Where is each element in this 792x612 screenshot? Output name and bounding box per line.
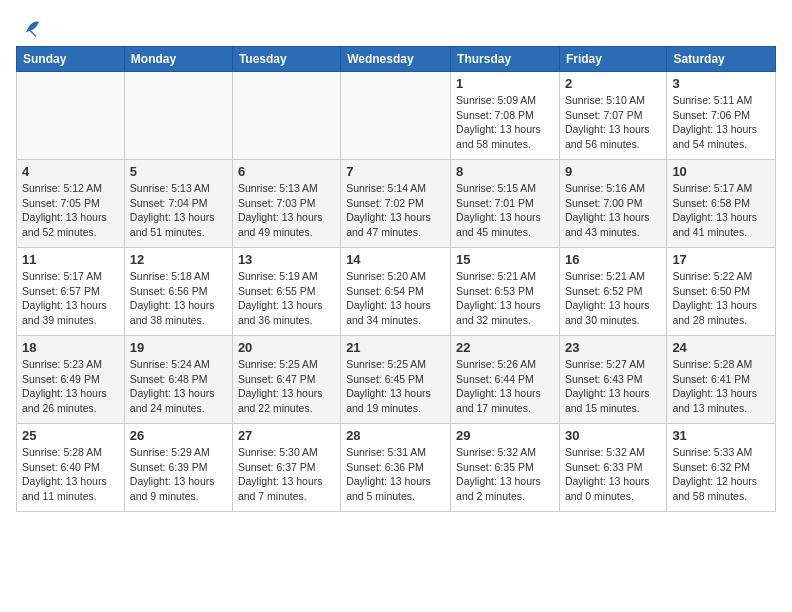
calendar-header-saturday: Saturday (667, 47, 776, 72)
day-info: Sunrise: 5:22 AM Sunset: 6:50 PM Dayligh… (672, 269, 770, 328)
day-number: 10 (672, 164, 770, 179)
day-info: Sunrise: 5:32 AM Sunset: 6:33 PM Dayligh… (565, 445, 661, 504)
day-number: 25 (22, 428, 119, 443)
calendar-cell: 2Sunrise: 5:10 AM Sunset: 7:07 PM Daylig… (559, 72, 666, 160)
day-info: Sunrise: 5:30 AM Sunset: 6:37 PM Dayligh… (238, 445, 335, 504)
calendar-week-row: 1Sunrise: 5:09 AM Sunset: 7:08 PM Daylig… (17, 72, 776, 160)
calendar-cell: 10Sunrise: 5:17 AM Sunset: 6:58 PM Dayli… (667, 160, 776, 248)
calendar-cell: 23Sunrise: 5:27 AM Sunset: 6:43 PM Dayli… (559, 336, 666, 424)
day-number: 4 (22, 164, 119, 179)
calendar-cell: 12Sunrise: 5:18 AM Sunset: 6:56 PM Dayli… (124, 248, 232, 336)
calendar-week-row: 11Sunrise: 5:17 AM Sunset: 6:57 PM Dayli… (17, 248, 776, 336)
logo-icon (20, 16, 42, 38)
day-number: 18 (22, 340, 119, 355)
calendar-cell: 25Sunrise: 5:28 AM Sunset: 6:40 PM Dayli… (17, 424, 125, 512)
day-number: 14 (346, 252, 445, 267)
day-info: Sunrise: 5:33 AM Sunset: 6:32 PM Dayligh… (672, 445, 770, 504)
calendar-cell (124, 72, 232, 160)
calendar-header-row: SundayMondayTuesdayWednesdayThursdayFrid… (17, 47, 776, 72)
day-number: 8 (456, 164, 554, 179)
calendar-cell: 30Sunrise: 5:32 AM Sunset: 6:33 PM Dayli… (559, 424, 666, 512)
calendar-header-monday: Monday (124, 47, 232, 72)
calendar-body: 1Sunrise: 5:09 AM Sunset: 7:08 PM Daylig… (17, 72, 776, 512)
day-number: 3 (672, 76, 770, 91)
day-info: Sunrise: 5:25 AM Sunset: 6:45 PM Dayligh… (346, 357, 445, 416)
calendar-cell: 18Sunrise: 5:23 AM Sunset: 6:49 PM Dayli… (17, 336, 125, 424)
calendar-cell: 8Sunrise: 5:15 AM Sunset: 7:01 PM Daylig… (451, 160, 560, 248)
day-number: 23 (565, 340, 661, 355)
day-number: 6 (238, 164, 335, 179)
calendar-cell: 20Sunrise: 5:25 AM Sunset: 6:47 PM Dayli… (232, 336, 340, 424)
day-number: 20 (238, 340, 335, 355)
calendar-cell: 22Sunrise: 5:26 AM Sunset: 6:44 PM Dayli… (451, 336, 560, 424)
calendar-cell: 1Sunrise: 5:09 AM Sunset: 7:08 PM Daylig… (451, 72, 560, 160)
day-number: 21 (346, 340, 445, 355)
calendar-cell (17, 72, 125, 160)
day-number: 19 (130, 340, 227, 355)
day-number: 26 (130, 428, 227, 443)
day-number: 15 (456, 252, 554, 267)
calendar-header-wednesday: Wednesday (341, 47, 451, 72)
calendar-cell: 16Sunrise: 5:21 AM Sunset: 6:52 PM Dayli… (559, 248, 666, 336)
logo (16, 16, 42, 38)
day-info: Sunrise: 5:19 AM Sunset: 6:55 PM Dayligh… (238, 269, 335, 328)
day-info: Sunrise: 5:17 AM Sunset: 6:57 PM Dayligh… (22, 269, 119, 328)
calendar-cell: 26Sunrise: 5:29 AM Sunset: 6:39 PM Dayli… (124, 424, 232, 512)
calendar-cell: 5Sunrise: 5:13 AM Sunset: 7:04 PM Daylig… (124, 160, 232, 248)
day-number: 12 (130, 252, 227, 267)
day-info: Sunrise: 5:13 AM Sunset: 7:04 PM Dayligh… (130, 181, 227, 240)
calendar-cell: 31Sunrise: 5:33 AM Sunset: 6:32 PM Dayli… (667, 424, 776, 512)
calendar-cell: 13Sunrise: 5:19 AM Sunset: 6:55 PM Dayli… (232, 248, 340, 336)
day-number: 9 (565, 164, 661, 179)
day-info: Sunrise: 5:18 AM Sunset: 6:56 PM Dayligh… (130, 269, 227, 328)
day-info: Sunrise: 5:09 AM Sunset: 7:08 PM Dayligh… (456, 93, 554, 152)
calendar-cell: 14Sunrise: 5:20 AM Sunset: 6:54 PM Dayli… (341, 248, 451, 336)
page-header (16, 16, 776, 38)
calendar-cell: 15Sunrise: 5:21 AM Sunset: 6:53 PM Dayli… (451, 248, 560, 336)
calendar-cell: 4Sunrise: 5:12 AM Sunset: 7:05 PM Daylig… (17, 160, 125, 248)
day-info: Sunrise: 5:25 AM Sunset: 6:47 PM Dayligh… (238, 357, 335, 416)
day-info: Sunrise: 5:29 AM Sunset: 6:39 PM Dayligh… (130, 445, 227, 504)
day-info: Sunrise: 5:26 AM Sunset: 6:44 PM Dayligh… (456, 357, 554, 416)
day-number: 30 (565, 428, 661, 443)
day-number: 28 (346, 428, 445, 443)
day-info: Sunrise: 5:13 AM Sunset: 7:03 PM Dayligh… (238, 181, 335, 240)
day-number: 29 (456, 428, 554, 443)
day-number: 16 (565, 252, 661, 267)
calendar-cell (341, 72, 451, 160)
day-info: Sunrise: 5:20 AM Sunset: 6:54 PM Dayligh… (346, 269, 445, 328)
day-info: Sunrise: 5:12 AM Sunset: 7:05 PM Dayligh… (22, 181, 119, 240)
calendar-week-row: 25Sunrise: 5:28 AM Sunset: 6:40 PM Dayli… (17, 424, 776, 512)
calendar-header-thursday: Thursday (451, 47, 560, 72)
day-info: Sunrise: 5:14 AM Sunset: 7:02 PM Dayligh… (346, 181, 445, 240)
calendar-week-row: 18Sunrise: 5:23 AM Sunset: 6:49 PM Dayli… (17, 336, 776, 424)
calendar-cell: 27Sunrise: 5:30 AM Sunset: 6:37 PM Dayli… (232, 424, 340, 512)
day-number: 11 (22, 252, 119, 267)
calendar-table: SundayMondayTuesdayWednesdayThursdayFrid… (16, 46, 776, 512)
day-number: 17 (672, 252, 770, 267)
calendar-cell: 7Sunrise: 5:14 AM Sunset: 7:02 PM Daylig… (341, 160, 451, 248)
day-info: Sunrise: 5:23 AM Sunset: 6:49 PM Dayligh… (22, 357, 119, 416)
calendar-cell (232, 72, 340, 160)
day-info: Sunrise: 5:24 AM Sunset: 6:48 PM Dayligh… (130, 357, 227, 416)
calendar-header-sunday: Sunday (17, 47, 125, 72)
day-number: 27 (238, 428, 335, 443)
day-info: Sunrise: 5:28 AM Sunset: 6:41 PM Dayligh… (672, 357, 770, 416)
day-info: Sunrise: 5:10 AM Sunset: 7:07 PM Dayligh… (565, 93, 661, 152)
day-number: 7 (346, 164, 445, 179)
calendar-cell: 28Sunrise: 5:31 AM Sunset: 6:36 PM Dayli… (341, 424, 451, 512)
day-number: 5 (130, 164, 227, 179)
day-info: Sunrise: 5:31 AM Sunset: 6:36 PM Dayligh… (346, 445, 445, 504)
calendar-cell: 6Sunrise: 5:13 AM Sunset: 7:03 PM Daylig… (232, 160, 340, 248)
calendar-cell: 9Sunrise: 5:16 AM Sunset: 7:00 PM Daylig… (559, 160, 666, 248)
calendar-cell: 21Sunrise: 5:25 AM Sunset: 6:45 PM Dayli… (341, 336, 451, 424)
day-number: 13 (238, 252, 335, 267)
day-number: 31 (672, 428, 770, 443)
calendar-cell: 3Sunrise: 5:11 AM Sunset: 7:06 PM Daylig… (667, 72, 776, 160)
day-number: 24 (672, 340, 770, 355)
day-info: Sunrise: 5:21 AM Sunset: 6:52 PM Dayligh… (565, 269, 661, 328)
day-info: Sunrise: 5:21 AM Sunset: 6:53 PM Dayligh… (456, 269, 554, 328)
day-info: Sunrise: 5:16 AM Sunset: 7:00 PM Dayligh… (565, 181, 661, 240)
day-info: Sunrise: 5:17 AM Sunset: 6:58 PM Dayligh… (672, 181, 770, 240)
calendar-header-friday: Friday (559, 47, 666, 72)
